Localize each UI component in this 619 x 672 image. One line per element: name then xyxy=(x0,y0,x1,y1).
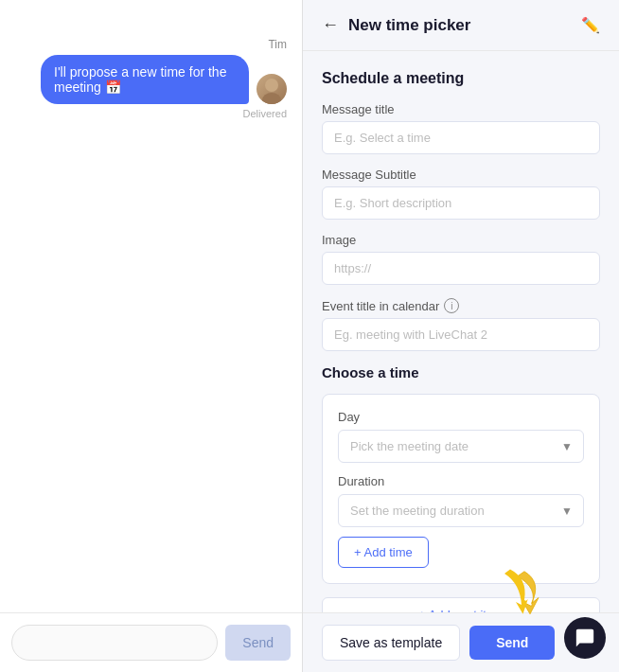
day-label: Day xyxy=(338,410,584,424)
add-time-button[interactable]: + Add time xyxy=(338,537,429,568)
back-button[interactable]: ← xyxy=(322,15,339,35)
add-next-item-row: + Add next item xyxy=(322,597,600,612)
send-main-button[interactable]: Send xyxy=(469,626,555,660)
panel-header: ← New time picker ✏️ xyxy=(303,0,619,51)
duration-select-wrapper: Set the meeting duration ▼ xyxy=(338,494,584,527)
form-area: Schedule a meeting Message title Message… xyxy=(303,51,619,612)
choose-time-title: Choose a time xyxy=(322,364,600,380)
time-card: Day Pick the meeting date ▼ Duration Set… xyxy=(322,394,600,584)
duration-label: Duration xyxy=(338,474,584,488)
edit-icon[interactable]: ✏️ xyxy=(581,16,600,34)
chat-input[interactable] xyxy=(11,625,218,661)
svg-point-1 xyxy=(262,93,281,104)
message-title-group: Message title xyxy=(322,102,600,154)
chat-input-row: Send xyxy=(11,625,291,661)
event-title-label: Event title in calendar i xyxy=(322,298,600,313)
day-select-wrapper: Pick the meeting date ▼ xyxy=(338,430,584,463)
chat-input-area: Send xyxy=(0,612,302,672)
message-row: I'll propose a new time for the meeting … xyxy=(41,55,287,104)
message-title-label: Message title xyxy=(322,102,600,116)
add-next-item-button[interactable]: + Add next item xyxy=(322,597,600,612)
event-title-group: Event title in calendar i xyxy=(322,298,600,351)
event-title-input[interactable] xyxy=(322,318,600,351)
message-bubble: I'll propose a new time for the meeting … xyxy=(41,55,249,104)
image-input[interactable] xyxy=(322,252,600,285)
message-sender: Tim xyxy=(268,38,287,51)
delivered-label: Delivered xyxy=(243,108,287,119)
chat-send-button[interactable]: Send xyxy=(225,625,291,661)
message-subtitle-input[interactable] xyxy=(322,186,600,220)
avatar-image xyxy=(256,74,287,104)
save-template-button[interactable]: Save as template xyxy=(322,625,460,661)
day-select[interactable]: Pick the meeting date xyxy=(338,430,584,463)
avatar xyxy=(256,74,287,104)
message-subtitle-group: Message Subtitle xyxy=(322,168,600,220)
chat-bubble-fab[interactable] xyxy=(564,617,606,659)
message-title-input[interactable] xyxy=(322,121,600,154)
panel-title: New time picker xyxy=(348,16,572,35)
section-title: Schedule a meeting xyxy=(322,70,600,87)
chat-messages: Tim I'll propose a new time for the meet… xyxy=(0,0,302,612)
svg-point-0 xyxy=(265,79,278,92)
duration-select[interactable]: Set the meeting duration xyxy=(338,494,584,527)
chat-panel: Tim I'll propose a new time for the meet… xyxy=(0,0,303,672)
image-label: Image xyxy=(322,233,600,247)
message-subtitle-label: Message Subtitle xyxy=(322,168,600,182)
right-panel: ← New time picker ✏️ Schedule a meeting … xyxy=(303,0,619,672)
info-icon[interactable]: i xyxy=(444,298,459,313)
image-group: Image xyxy=(322,233,600,285)
message-group: Tim I'll propose a new time for the meet… xyxy=(15,38,287,119)
